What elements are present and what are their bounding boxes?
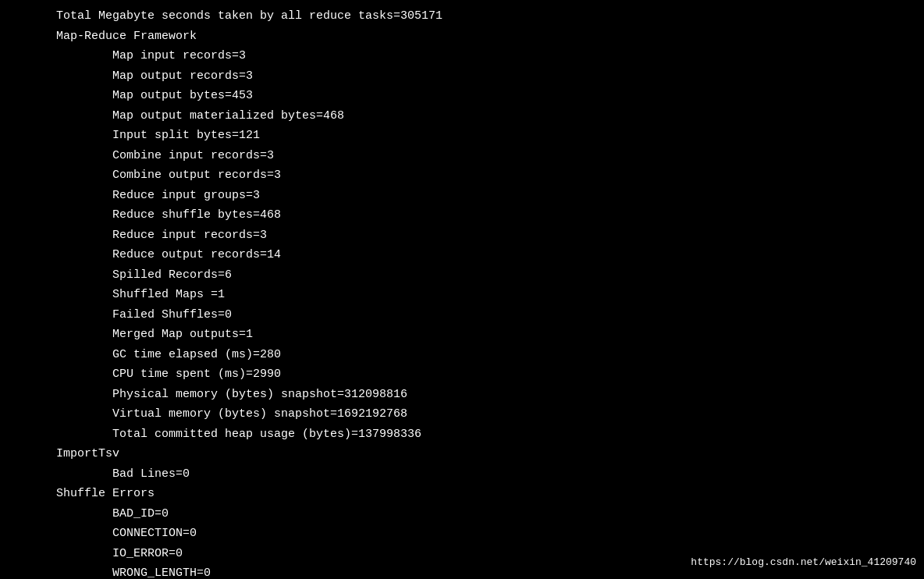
terminal-line: Shuffled Maps =1	[0, 285, 924, 305]
terminal-line: Shuffle Errors	[0, 484, 924, 504]
terminal-line: Combine output records=3	[0, 165, 924, 186]
terminal-line: Reduce output records=14	[0, 245, 924, 265]
terminal-line: BAD_ID=0	[0, 504, 924, 524]
terminal-line: Map output bytes=453	[0, 86, 924, 106]
terminal-line: Failed Shuffles=0	[0, 305, 924, 325]
terminal-line: Reduce input groups=3	[0, 186, 924, 206]
terminal-line: Combine input records=3	[0, 146, 924, 166]
terminal-line: Bad Lines=0	[0, 464, 924, 485]
terminal-line: CPU time spent (ms)=2990	[0, 364, 924, 385]
terminal-line: ImportTsv	[0, 444, 924, 464]
terminal-output: Total Megabyte seconds taken by all redu…	[0, 6, 924, 579]
terminal-line: CONNECTION=0	[0, 524, 924, 544]
terminal-line: Virtual memory (bytes) snapshot=16921927…	[0, 404, 924, 424]
terminal-line: Map output materialized bytes=468	[0, 106, 924, 126]
terminal-line: GC time elapsed (ms)=280	[0, 345, 924, 365]
terminal-line: Reduce input records=3	[0, 226, 924, 246]
terminal-line: Input split bytes=121	[0, 126, 924, 146]
terminal-line: Map input records=3	[0, 46, 924, 66]
terminal-line: Total Megabyte seconds taken by all redu…	[0, 6, 924, 27]
terminal-line: Reduce shuffle bytes=468	[0, 205, 924, 226]
watermark: https://blog.csdn.net/weixin_41209740	[691, 554, 916, 571]
terminal-line: Spilled Records=6	[0, 265, 924, 286]
terminal-line: Map-Reduce Framework	[0, 27, 924, 47]
terminal-line: Merged Map outputs=1	[0, 325, 924, 345]
terminal-line: Map output records=3	[0, 66, 924, 87]
terminal-line: Physical memory (bytes) snapshot=3120988…	[0, 385, 924, 405]
terminal-line: Total committed heap usage (bytes)=13799…	[0, 424, 924, 445]
